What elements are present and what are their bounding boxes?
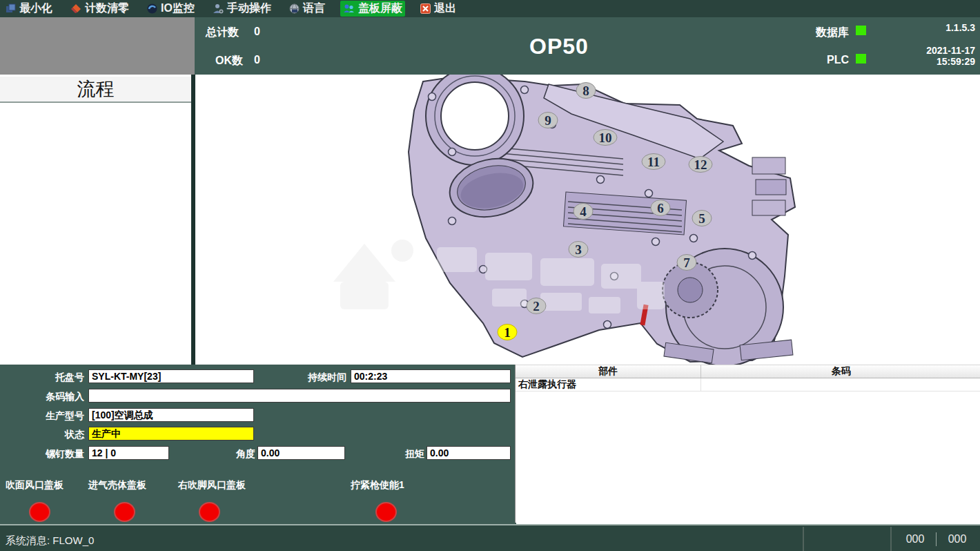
header-bar: 总计数 0 OK数 0 OP50 数据库 PLC 1.1.5.3 2021-11… [0, 17, 980, 76]
svg-text:6: 6 [657, 201, 664, 215]
pallet-label: 托盘号 [28, 371, 84, 384]
svg-text:2: 2 [533, 299, 540, 313]
menu-item-label: IO监控 [161, 1, 195, 16]
menu-item-minimize[interactable]: 最小化 [3, 1, 55, 17]
model-input[interactable]: [100]空调总成 [88, 408, 254, 422]
torque-input[interactable]: 0.00 [427, 446, 511, 460]
io-monitor-eye-icon [147, 3, 157, 14]
menu-item-label: 语言 [303, 1, 325, 16]
version-text: 1.1.5.3 [945, 22, 975, 33]
plc-status-indicator [856, 54, 866, 64]
column-header-part[interactable]: 部件 [516, 365, 701, 378]
svg-text:5: 5 [698, 211, 705, 226]
hvac-assembly-drawing: 123456789101112 [195, 75, 980, 365]
total-count-label: 总计数 [206, 26, 239, 40]
status-value-field: 生产中 [88, 427, 254, 441]
menu-item-exit[interactable]: 退出 [418, 1, 459, 17]
indicator-lamp-tightening-gun-enable [375, 502, 397, 522]
menu-item-manual-operation[interactable]: 手动操作 [210, 1, 274, 17]
plc-label: PLC [814, 54, 849, 66]
statusbar-divider [890, 527, 892, 551]
svg-text:4: 4 [580, 204, 587, 219]
status-label: 状态 [28, 429, 84, 441]
production-form: 托盘号 SYL-KT-MY[23] 持续时间 00:2:23 条码输入 生产型号… [0, 365, 516, 524]
menu-item-language[interactable]: 语言 [286, 1, 328, 17]
parts-table-header: 部件 条码 [516, 365, 980, 378]
ok-count-value: 0 [254, 54, 260, 66]
indicator-lamp-face-vent-cover [29, 502, 50, 522]
table-row[interactable]: 右泄露执行器 [516, 378, 980, 392]
header-date: 2021-11-17 [926, 45, 975, 56]
menu-item-label: 计数清零 [85, 1, 129, 16]
header-time: 15:59:29 [937, 56, 975, 67]
barcode-input[interactable] [88, 389, 511, 403]
menu-item-cover-shield[interactable]: 盖板屏蔽 [340, 1, 405, 17]
duration-input[interactable]: 00:2:23 [351, 369, 511, 383]
angle-label: 角度 [235, 448, 255, 461]
total-count-value: 0 [254, 26, 260, 38]
station-title: OP50 [442, 33, 676, 59]
menu-item-label: 手动操作 [227, 1, 271, 16]
flow-panel-title: 流程 [0, 77, 191, 103]
menu-item-counter-reset[interactable]: 计数清零 [68, 1, 132, 17]
part-cell: 右泄露执行器 [516, 378, 701, 391]
parts-table: 部件 条码 右泄露执行器 [515, 365, 980, 523]
menu-bar: 最小化 计数清零 IO监控 手动操作 语言 [0, 0, 980, 17]
svg-text:3: 3 [575, 242, 582, 257]
ok-count-label: OK数 [215, 54, 243, 68]
svg-text:12: 12 [694, 157, 707, 172]
minimize-layers-icon [6, 3, 16, 14]
flow-panel: 流程 [0, 75, 191, 365]
cover-shield-users-icon [343, 3, 355, 14]
screw-count-input[interactable]: 12 | 0 [88, 446, 169, 460]
menu-item-label: 盖板屏蔽 [358, 1, 402, 16]
menu-item-label: 退出 [434, 1, 456, 16]
svg-text:1: 1 [504, 325, 511, 340]
torque-label: 扭矩 [404, 448, 424, 461]
counter-reset-eraser-icon [70, 3, 81, 14]
database-status-indicator [856, 26, 866, 35]
indicator-lamp-intake-shell-cover [114, 502, 135, 522]
duration-label: 持续时间 [297, 371, 346, 384]
barcode-cell [701, 378, 980, 391]
svg-text:9: 9 [545, 113, 551, 128]
manual-operation-person-gear-icon [213, 3, 224, 14]
status-bar: 系统消息: FLOW_0 000 000 [0, 524, 980, 551]
column-header-barcode[interactable]: 条码 [701, 365, 980, 378]
hmi-screen: 最小化 计数清零 IO监控 手动操作 语言 [0, 0, 980, 551]
statusbar-divider [803, 527, 804, 551]
menu-item-io-monitor[interactable]: IO监控 [144, 1, 197, 17]
parts-table-body: 右泄露执行器 [516, 378, 980, 392]
menu-item-label: 最小化 [19, 1, 52, 16]
counter-left: 000 [894, 533, 936, 545]
svg-text:11: 11 [647, 155, 660, 169]
indicator-label-face-vent-cover: 吹面风口盖板 [6, 479, 63, 492]
svg-text:10: 10 [599, 130, 612, 145]
indicator-lamp-right-foot-vent-cover [199, 502, 220, 522]
counter-right: 000 [937, 533, 978, 545]
indicator-label-intake-shell-cover: 进气壳体盖板 [88, 479, 146, 492]
header-grey-panel [0, 17, 195, 75]
pallet-input[interactable]: SYL-KT-MY[23] [88, 369, 254, 383]
barcode-label: 条码输入 [28, 391, 84, 403]
system-message: 系统消息: FLOW_0 [6, 534, 94, 548]
svg-text:7: 7 [683, 255, 690, 270]
model-label: 生产型号 [28, 410, 84, 423]
language-globe-icon [289, 3, 300, 14]
assembly-diagram: 123456789101112 [195, 75, 980, 365]
indicator-label-tightening-gun-enable: 拧紧枪使能1 [351, 479, 404, 492]
angle-input[interactable]: 0.00 [257, 446, 345, 460]
exit-x-icon [420, 3, 431, 14]
database-label: 数据库 [814, 26, 849, 40]
indicator-label-right-foot-vent-cover: 右吹脚风口盖板 [178, 479, 246, 492]
screw-count-label: 镙钉数量 [21, 448, 84, 461]
svg-text:8: 8 [582, 84, 589, 98]
